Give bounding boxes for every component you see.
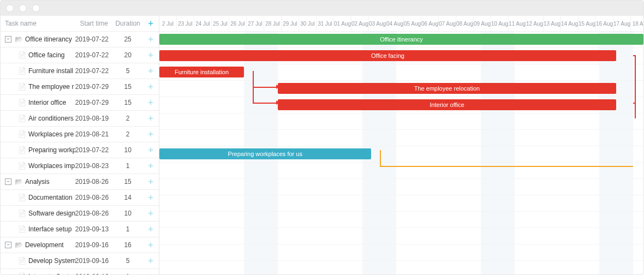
day-header: 12 Aug: [526, 16, 544, 31]
timeline[interactable]: 2 Jul23 Jul24 Jul25 Jul26 Jul27 Jul28 Ju…: [159, 16, 643, 274]
task-start: 2019-09-13: [75, 225, 113, 233]
task-duration: 15: [113, 178, 142, 186]
add-child-button[interactable]: +: [148, 193, 153, 202]
gantt-bar[interactable]: The employee relocation: [278, 83, 616, 94]
task-duration: 16: [113, 241, 142, 249]
day-header: 13 Aug: [544, 16, 561, 31]
day-header: 02 Aug: [351, 16, 369, 31]
task-name: Air conditioners: [28, 115, 74, 122]
table-row[interactable]: −Development2019-09-1616+: [1, 237, 159, 253]
timeline-body[interactable]: Office itinerancyOffice facingFurniture …: [159, 32, 643, 274]
folder-icon: [15, 241, 23, 249]
file-icon: [18, 51, 26, 59]
app-window: Task name Start time Duration + −Office …: [0, 0, 644, 275]
table-row[interactable]: Interface setup2019-09-131+: [1, 222, 159, 237]
add-child-button[interactable]: +: [148, 129, 153, 139]
table-row[interactable]: Office facing2019-07-2220+: [1, 47, 159, 63]
grid-header: Task name Start time Duration +: [1, 16, 159, 32]
day-header: 14 Aug: [561, 16, 579, 31]
timeline-row: [159, 195, 643, 212]
task-start: 2019-07-22: [75, 51, 113, 59]
add-child-button[interactable]: +: [148, 145, 153, 154]
table-row[interactable]: Integrate System2019-09-161+: [1, 269, 159, 274]
task-duration: 10: [113, 146, 142, 154]
task-start: 2019-07-22: [75, 35, 113, 43]
add-child-button[interactable]: +: [148, 208, 153, 218]
toggle-icon[interactable]: −: [5, 36, 11, 43]
add-child-button[interactable]: +: [148, 98, 153, 107]
window-control-max[interactable]: [32, 4, 40, 12]
add-child-button[interactable]: +: [148, 256, 153, 265]
add-child-button[interactable]: +: [148, 50, 153, 59]
task-duration: 25: [113, 35, 142, 43]
day-header: 29 Jul: [282, 16, 299, 31]
add-child-button[interactable]: +: [148, 240, 153, 249]
task-start: 2019-08-26: [75, 210, 113, 217]
file-icon: [18, 115, 26, 122]
timeline-row: [159, 163, 643, 179]
task-start: 2019-07-22: [75, 67, 113, 75]
timeline-row: Furniture installation: [159, 64, 643, 81]
toggle-icon[interactable]: −: [5, 242, 11, 248]
gantt-bar[interactable]: Furniture installation: [159, 67, 244, 77]
task-duration: 14: [113, 194, 142, 201]
timeline-row: [159, 113, 643, 130]
add-child-button[interactable]: +: [148, 224, 153, 234]
table-row[interactable]: −Office itinerancy2019-07-2225+: [1, 32, 159, 47]
day-header: 28 Jul: [264, 16, 282, 31]
timeline-row: The employee relocation: [159, 81, 643, 97]
task-name: Analysis: [25, 178, 50, 186]
gantt-container: Task name Start time Duration + −Office …: [1, 16, 643, 274]
table-row[interactable]: Workplaces pre2019-08-212+: [1, 127, 159, 142]
task-name: Documentation: [28, 194, 73, 201]
timeline-row: [159, 179, 643, 195]
gantt-bar[interactable]: Office facing: [159, 50, 616, 61]
table-row[interactable]: The employee r2019-07-2915+: [1, 79, 159, 95]
task-duration: 15: [113, 99, 142, 106]
timeline-row: [159, 212, 643, 228]
gantt-bar[interactable]: Preparing workplaces for us: [159, 148, 371, 159]
task-name: Furniture install: [28, 67, 73, 75]
day-header: 08 Aug: [456, 16, 474, 31]
task-name: Software design: [28, 210, 75, 217]
timeline-row: [159, 261, 643, 274]
day-header: 16 Aug: [596, 16, 613, 31]
window-control-close[interactable]: [6, 4, 14, 12]
table-row[interactable]: Documentation2019-08-2614+: [1, 190, 159, 206]
timeline-row: Office itinerancy: [159, 32, 643, 48]
col-header-duration: Duration: [113, 20, 142, 27]
gantt-bar[interactable]: Office itinerancy: [159, 34, 643, 45]
timeline-row: Office facing: [159, 48, 643, 64]
toggle-icon[interactable]: −: [5, 178, 11, 185]
task-start: 2019-07-22: [75, 146, 113, 154]
day-header: 27 Jul: [247, 16, 264, 31]
table-row[interactable]: Develop System2019-09-165+: [1, 253, 159, 269]
add-child-button[interactable]: +: [148, 66, 153, 75]
table-row[interactable]: Furniture install2019-07-225+: [1, 63, 159, 79]
window-control-min[interactable]: [19, 4, 27, 12]
table-row[interactable]: Interior office2019-07-2915+: [1, 95, 159, 111]
table-row[interactable]: −Analysis2019-08-2615+: [1, 174, 159, 190]
add-child-button[interactable]: +: [148, 161, 153, 170]
folder-icon: [15, 178, 23, 186]
task-start: 2019-08-26: [75, 194, 113, 201]
table-row[interactable]: Preparing workp2019-07-2210+: [1, 142, 159, 158]
add-task-button[interactable]: +: [148, 19, 153, 28]
table-row[interactable]: Air conditioners2019-08-192+: [1, 111, 159, 127]
task-duration: 2: [113, 115, 142, 122]
gantt-bar[interactable]: Interior office: [278, 99, 616, 110]
file-icon: [18, 273, 26, 274]
add-child-button[interactable]: +: [148, 272, 153, 274]
file-icon: [18, 83, 26, 91]
task-start: 2019-08-19: [75, 115, 113, 122]
add-child-button[interactable]: +: [148, 82, 153, 91]
add-child-button[interactable]: +: [148, 177, 153, 186]
window-titlebar: [1, 1, 643, 16]
add-child-button[interactable]: +: [148, 113, 153, 123]
timeline-row: Interior office: [159, 97, 643, 113]
day-header: 2 Jul: [159, 16, 177, 31]
task-start: 2019-09-16: [75, 257, 113, 265]
table-row[interactable]: Software design2019-08-2610+: [1, 206, 159, 222]
table-row[interactable]: Workplaces imp2019-08-231+: [1, 158, 159, 174]
add-child-button[interactable]: +: [148, 34, 153, 44]
